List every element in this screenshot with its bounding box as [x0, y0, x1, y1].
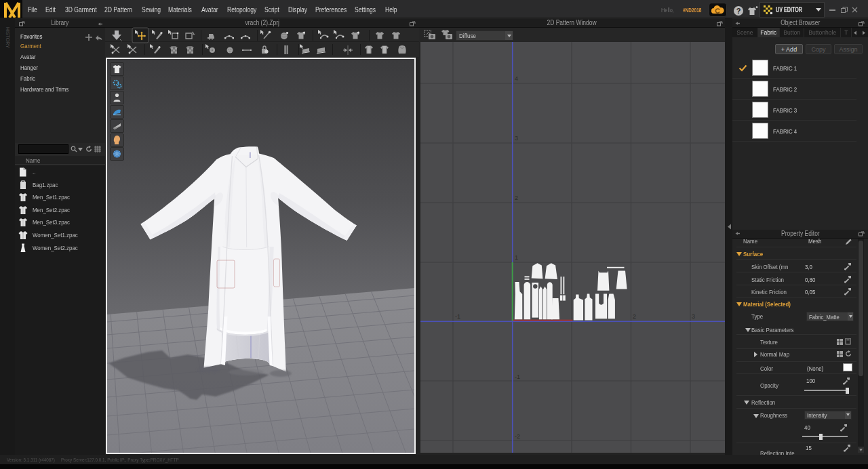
- svg-text:-1: -1: [515, 373, 520, 380]
- svg-text:-1: -1: [455, 313, 460, 320]
- svg-text:3: 3: [515, 135, 518, 142]
- svg-text:2: 2: [515, 195, 518, 201]
- svg-text:-2: -2: [515, 433, 520, 440]
- svg-text:3: 3: [692, 313, 695, 320]
- svg-text:4: 4: [515, 75, 518, 82]
- svg-text:2: 2: [633, 313, 636, 320]
- svg-text:1: 1: [515, 254, 518, 261]
